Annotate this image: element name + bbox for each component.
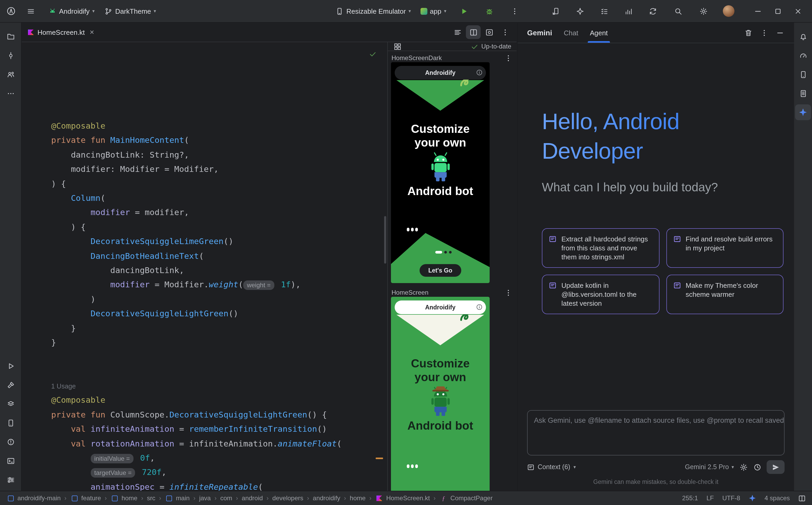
prompt-icon <box>549 282 557 289</box>
inspections-ok-icon[interactable] <box>368 49 377 58</box>
kebab-menu-icon[interactable] <box>504 288 512 297</box>
editor-layout-icon[interactable] <box>798 494 806 502</box>
breadcrumb-item[interactable]: feature <box>70 494 101 502</box>
suggestion-text: Update kotlin in @libs.version.toml to t… <box>561 281 653 308</box>
profile-button[interactable] <box>717 3 740 19</box>
suggestion-card[interactable]: Make my Theme's color scheme warmer <box>666 275 784 314</box>
build-variants-tool-button[interactable] <box>3 396 18 412</box>
gemini-spark-icon[interactable] <box>749 494 756 502</box>
run-tool-button[interactable] <box>3 358 18 374</box>
model-selector[interactable]: Gemini 2.5 Pro ▾ <box>685 463 734 471</box>
commit-tool-button[interactable] <box>3 47 18 63</box>
hide-panel-button[interactable] <box>773 26 787 39</box>
more-run-actions-button[interactable] <box>503 3 526 19</box>
breadcrumb-item[interactable]: com <box>220 494 232 502</box>
code-line: @Composable <box>51 119 387 134</box>
settings-button[interactable] <box>692 3 715 19</box>
code-editor[interactable]: @Composableprivate fun MainHomeContent( … <box>22 42 387 491</box>
breadcrumb-item[interactable]: home <box>111 494 137 502</box>
notifications-tool-button[interactable] <box>795 28 811 44</box>
breadcrumb-item[interactable]: main <box>165 494 190 502</box>
homescreen-light-preview[interactable]: Androidify Customize your own <box>391 297 490 491</box>
debug-button[interactable] <box>477 3 501 19</box>
todo-list-button[interactable] <box>592 3 616 19</box>
run-configuration-selector[interactable]: app ▾ <box>417 3 450 19</box>
breadcrumb-item[interactable]: androidify <box>313 494 340 502</box>
branch-name: DarkTheme <box>115 7 151 15</box>
editor-options-button[interactable] <box>497 25 512 39</box>
services-tool-button[interactable] <box>3 472 18 488</box>
grid-view-icon[interactable] <box>393 42 401 51</box>
profiler-tool-button[interactable] <box>795 47 811 63</box>
lets-go-button[interactable]: Let's Go <box>419 264 461 277</box>
suggestion-card[interactable]: Extract all hardcoded strings from this … <box>542 228 659 268</box>
breadcrumb-item[interactable]: HomeScreen.kt <box>375 494 430 502</box>
breadcrumb-label: home <box>350 494 366 502</box>
module-icon <box>6 494 15 502</box>
device-streaming-button[interactable] <box>544 3 567 19</box>
module-icon <box>111 494 119 502</box>
terminal-tool-button[interactable] <box>3 453 18 469</box>
kebab-menu-icon[interactable] <box>504 54 512 62</box>
search-icon <box>674 7 682 15</box>
breadcrumb-item[interactable]: ƒCompactPager <box>439 494 492 502</box>
tab-chat[interactable]: Chat <box>564 23 578 43</box>
more-tool-windows-button[interactable] <box>3 86 18 101</box>
device-explorer-tool-button[interactable] <box>3 415 18 431</box>
breadcrumb-item[interactable]: src <box>147 494 155 502</box>
breadcrumb-label: java <box>199 494 211 502</box>
project-selector[interactable]: Androidify ▾ <box>44 3 98 19</box>
indent-setting[interactable]: 4 spaces <box>765 494 790 502</box>
gemini-tool-button[interactable] <box>795 105 811 120</box>
editor-view-code-button[interactable] <box>450 25 465 39</box>
search-everywhere-button[interactable] <box>666 3 690 19</box>
run-button[interactable] <box>452 3 475 19</box>
code-line: animationSpec = infiniteRepeatable( <box>51 480 387 491</box>
breadcrumb-item[interactable]: androidify-main <box>6 494 61 502</box>
device-selector[interactable]: Resizable Emulator ▾ <box>332 3 415 19</box>
pull-requests-tool-button[interactable] <box>3 66 18 82</box>
run-configuration-name: app <box>430 7 441 15</box>
phone-headline: Customize your own <box>391 122 490 150</box>
editor-view-design-button[interactable] <box>482 25 496 39</box>
homescreen-dark-preview[interactable]: Androidify Customize your own <box>391 62 490 283</box>
gemini-prompt-input[interactable]: Ask Gemini, use @filename to attach sour… <box>527 410 785 456</box>
file-encoding[interactable]: UTF-8 <box>722 494 740 502</box>
editor-view-split-button[interactable] <box>466 25 481 39</box>
tab-close-icon[interactable]: ✕ <box>90 29 94 36</box>
tab-homescreen-kt[interactable]: HomeScreen.kt ✕ <box>22 23 101 42</box>
window-maximize-button[interactable] <box>769 3 787 19</box>
breadcrumb-item[interactable]: developers <box>272 494 303 502</box>
sync-project-button[interactable] <box>641 3 664 19</box>
problems-tool-button[interactable] <box>3 434 18 450</box>
project-tool-button[interactable] <box>3 28 18 44</box>
gemini-settings-icon[interactable] <box>739 463 747 471</box>
left-tool-strip <box>0 23 22 491</box>
main-menu-button[interactable] <box>19 3 42 19</box>
editor-scrollbar[interactable] <box>384 216 386 264</box>
window-minimize-button[interactable] <box>749 3 767 19</box>
module-icon <box>165 494 173 502</box>
build-analyzer-button[interactable] <box>617 3 640 19</box>
context-selector[interactable]: Context (6) ▾ <box>527 463 576 471</box>
build-tool-button[interactable] <box>3 377 18 393</box>
logcat-tool-button[interactable] <box>795 86 811 101</box>
ai-actions-button[interactable] <box>568 3 591 19</box>
breadcrumb-item[interactable]: home <box>350 494 366 502</box>
breadcrumb-label: CompactPager <box>450 494 492 502</box>
breadcrumb-item[interactable]: android <box>242 494 263 502</box>
device-manager-tool-button[interactable] <box>795 66 811 82</box>
caret-position[interactable]: 255:1 <box>682 494 698 502</box>
tab-agent[interactable]: Agent <box>590 23 608 43</box>
history-icon[interactable] <box>753 463 761 471</box>
suggestion-card[interactable]: Update kotlin in @libs.version.toml to t… <box>542 275 659 314</box>
line-separator[interactable]: LF <box>706 494 714 502</box>
send-button[interactable] <box>767 460 785 474</box>
vcs-branch-selector[interactable]: DarkTheme ▾ <box>101 3 160 19</box>
gemini-options-button[interactable] <box>757 26 771 39</box>
breadcrumb-item[interactable]: java <box>199 494 211 502</box>
clear-chat-button[interactable] <box>741 26 755 39</box>
app-module-icon <box>421 8 427 14</box>
window-close-button[interactable] <box>789 3 807 19</box>
suggestion-card[interactable]: Find and resolve build errors in my proj… <box>666 228 784 268</box>
